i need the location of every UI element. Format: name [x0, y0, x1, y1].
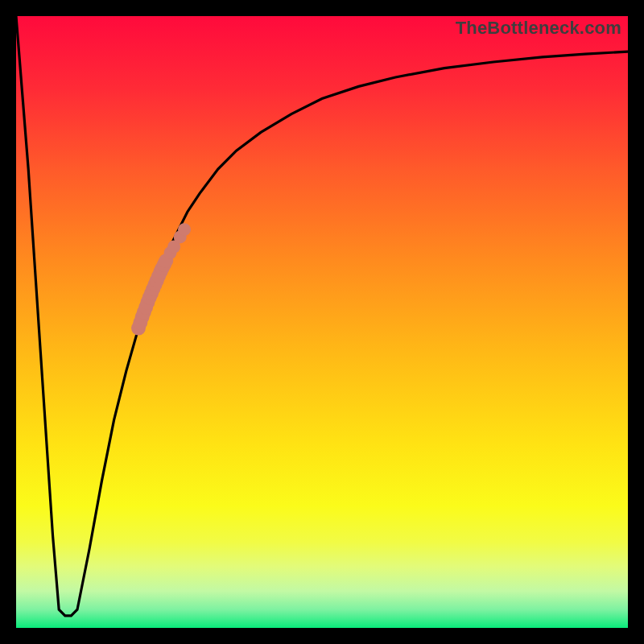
curve-layer [16, 16, 628, 628]
highlight-dots [131, 223, 191, 335]
watermark-text: TheBottleneck.com [456, 18, 621, 39]
plot-area: TheBottleneck.com [16, 16, 628, 628]
chart-frame: TheBottleneck.com [0, 0, 644, 644]
highlight-dot [178, 223, 191, 236]
bottleneck-curve [16, 16, 628, 616]
